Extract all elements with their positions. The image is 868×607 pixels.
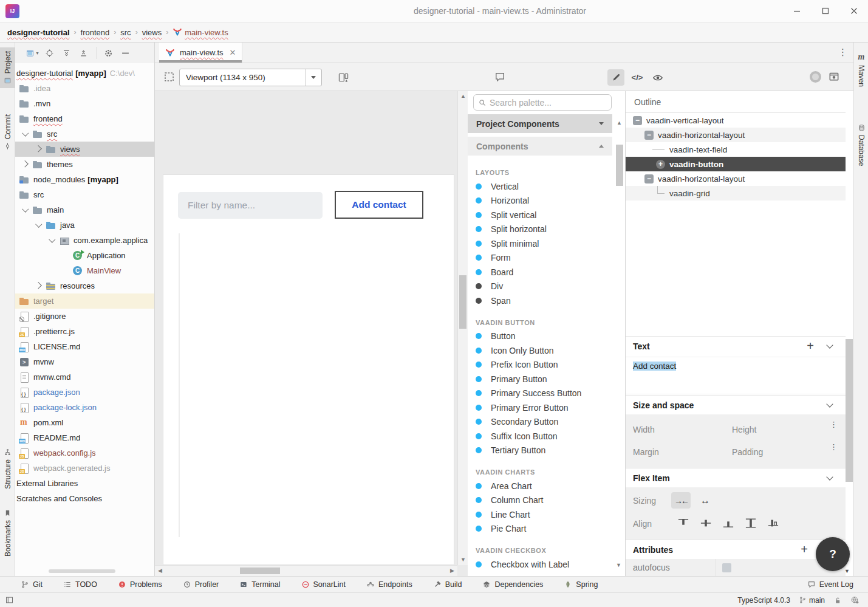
palette-item[interactable]: Checkbox with Label [468, 557, 612, 572]
text-section-header[interactable]: Text + [626, 336, 846, 355]
outline-row[interactable]: vaadin-vertical-layout [626, 113, 846, 128]
project-panel-hscrollbar[interactable] [49, 569, 115, 573]
palette-item[interactable]: Prefix Icon Button [468, 358, 612, 372]
palette-item[interactable]: Column Chart [468, 493, 612, 508]
tree-row[interactable]: .mvn [15, 96, 154, 111]
breadcrumb-project[interactable]: designer-tutorial [7, 28, 70, 37]
align-center-icon[interactable] [699, 518, 713, 529]
scroll-up-icon[interactable]: ▲ [460, 94, 466, 99]
outline-row[interactable]: vaadin-grid [626, 186, 846, 201]
tree-row[interactable]: node_modules [myapp] [15, 172, 154, 187]
expand-all-icon[interactable] [59, 46, 73, 60]
viewport-dropdown-button[interactable] [305, 69, 321, 86]
flex-section-header[interactable]: Flex Item [626, 468, 846, 487]
comment-bubble-icon[interactable] [494, 71, 506, 83]
panel-settings-gear-icon[interactable] [101, 46, 115, 60]
outline-expander-icon[interactable] [656, 145, 665, 154]
tree-row[interactable]: MainView [15, 263, 154, 278]
palette-scroll-up-icon[interactable]: ▲ [617, 120, 622, 126]
toolbar-event-log[interactable]: Event Log [807, 580, 853, 589]
tree-row[interactable]: pom.xml [15, 415, 154, 430]
breadcrumb-views[interactable]: views [142, 28, 162, 37]
inspector-scroll-thumb[interactable] [846, 339, 853, 482]
tree-row[interactable]: main [15, 202, 154, 218]
sizing-shrink-button[interactable]: →← [671, 492, 691, 509]
tree-row[interactable]: package-lock.json [15, 400, 154, 415]
tool-stripe-database[interactable]: Database [854, 120, 868, 170]
code-mode-icon[interactable]: </> [629, 69, 646, 86]
outline-expander-icon[interactable] [644, 174, 654, 183]
project-view-select[interactable]: ▾ [25, 46, 39, 60]
tree-expander-icon[interactable] [19, 162, 32, 166]
scroll-left-icon[interactable]: ◀ [158, 568, 162, 574]
tab-options-kebab-icon[interactable]: ⋮ [838, 47, 847, 58]
canvas-vscrollbar[interactable]: ▲ ▼ [457, 91, 468, 565]
tree-row[interactable]: src [15, 126, 154, 142]
palette-item[interactable]: VAADIN CHECKBOX [468, 536, 612, 557]
filter-text-field[interactable]: Filter by name... [178, 192, 323, 219]
viewport-select[interactable]: Viewport (1134 x 950) [179, 69, 322, 86]
height-field[interactable]: Height [732, 425, 756, 434]
tree-row[interactable]: Application [15, 248, 154, 263]
tool-stripe-commit[interactable]: Commit [0, 111, 15, 154]
margin-field[interactable]: Margin [633, 447, 659, 457]
padding-field[interactable]: Padding [732, 447, 763, 457]
edit-mode-pencil-icon[interactable] [607, 69, 624, 86]
tree-row[interactable]: .prettierrc.js [15, 324, 154, 339]
tree-row[interactable]: java [15, 218, 154, 233]
attributes-section-header[interactable]: Attributes + [626, 540, 846, 559]
palette-section-components[interactable]: Components [468, 137, 612, 156]
tree-expander-icon[interactable] [46, 239, 59, 242]
palette-item[interactable]: Board [468, 265, 612, 279]
tab-close-icon[interactable]: ✕ [230, 48, 236, 57]
palette-item[interactable]: Suffix Icon Button [468, 429, 612, 444]
breadcrumb-src[interactable]: src [120, 28, 131, 37]
palette-item[interactable]: VAADIN BUTTON [468, 308, 612, 329]
text-value-editor[interactable]: Add contact [626, 357, 846, 394]
toolbar-terminal[interactable]: Terminal [239, 580, 280, 589]
breadcrumb-frontend[interactable]: frontend [81, 28, 110, 37]
tree-row[interactable]: views [15, 142, 154, 157]
outline-row[interactable]: vaadin-text-field [626, 142, 846, 157]
palette-item[interactable]: Icon Only Button [468, 343, 612, 358]
palette-item[interactable]: Primary Error Button [468, 400, 612, 415]
palette-item[interactable]: Tertiary Button [468, 444, 612, 458]
tree-row[interactable]: mvnw.cmd [15, 369, 154, 385]
palette-item[interactable]: Split minimal [468, 236, 612, 251]
size-section-header[interactable]: Size and space [626, 395, 846, 414]
palette-item[interactable]: Form [468, 251, 612, 266]
tree-row[interactable]: package.json [15, 385, 154, 400]
tool-stripe-structure[interactable]: Structure [0, 445, 15, 493]
add-attribute-icon[interactable]: + [801, 543, 808, 557]
autofocus-checkbox[interactable] [722, 563, 731, 572]
tree-row[interactable]: .idea [15, 81, 154, 96]
tree-expander-icon[interactable] [32, 224, 46, 227]
tree-row[interactable]: External Libraries [15, 476, 154, 491]
toolbar-build[interactable]: Build [433, 580, 462, 589]
hide-panel-icon[interactable] [118, 46, 132, 60]
outline-row[interactable]: vaadin-horizontal-layout [626, 171, 846, 186]
close-icon[interactable] [839, 0, 868, 22]
toolbar-endpoints[interactable]: Endpoints [366, 580, 412, 589]
palette-search[interactable] [473, 94, 612, 111]
palette-item[interactable]: Pie Chart [468, 522, 612, 537]
git-branch-widget[interactable]: main [799, 596, 825, 605]
palette-item[interactable]: Split horizontal [468, 222, 612, 237]
tree-row[interactable]: Scratches and Consoles [15, 491, 154, 506]
tree-row[interactable]: frontend [15, 111, 154, 126]
tree-row[interactable]: designer-tutorial [myapp] C:\dev\ [15, 66, 154, 81]
canvas-vscroll-thumb[interactable] [459, 275, 466, 329]
editor-tab[interactable]: main-view.ts ✕ [159, 43, 242, 63]
outline-row[interactable]: vaadin-button [626, 157, 846, 171]
scroll-right-icon[interactable]: ▶ [450, 568, 454, 574]
palette-item[interactable]: LAYOUTS [468, 158, 612, 179]
open-in-window-icon[interactable] [828, 70, 840, 83]
tool-stripe-project[interactable]: Project [0, 47, 15, 88]
width-field[interactable]: Width [633, 425, 655, 434]
tree-row[interactable]: resources [15, 278, 154, 293]
preview-eye-icon[interactable] [649, 69, 666, 86]
palette-item[interactable]: Primary Success Button [468, 386, 612, 401]
maximize-icon[interactable] [811, 0, 839, 22]
palette-item[interactable]: Button [468, 329, 612, 344]
outline-expander-icon[interactable] [656, 189, 665, 198]
